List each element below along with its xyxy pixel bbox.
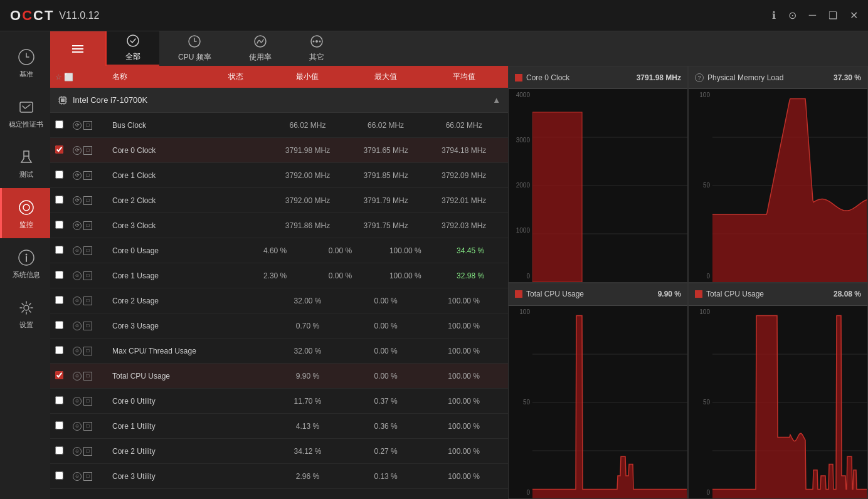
- row-min-core1-clock: 3792.00 MHz: [268, 171, 347, 180]
- row-name-core3-usage: Core 3 Usage: [107, 322, 203, 330]
- collapse-icon[interactable]: ▲: [492, 95, 500, 105]
- row-icon1: ⟳: [73, 146, 82, 155]
- row-min-totalcpu: 9.90 %: [268, 372, 347, 381]
- row-checkbox-core2-usage[interactable]: [55, 296, 73, 306]
- row-avg-core0-util: 100.00 %: [425, 397, 503, 406]
- tab-cpu-freq[interactable]: CPU 频率: [159, 31, 230, 66]
- content-area: 全部 CPU 频率 使用率: [50, 31, 868, 499]
- y-label-50d: 50: [691, 399, 710, 406]
- row-icon2: □: [83, 322, 92, 330]
- charts-top-row: Core 0 Clock 3791.98 MHz 4000 3000 2000 …: [508, 66, 868, 283]
- menu-button[interactable]: [50, 31, 107, 66]
- tab-usage[interactable]: 使用率: [230, 31, 290, 66]
- svg-point-17: [319, 40, 320, 42]
- table-row: ⟳ □ Core 2 Clock 3792.00 MHz 3791.79 MHz…: [50, 188, 508, 213]
- row-icon2: □: [83, 171, 92, 180]
- row-icons-maxcpu: ☺ □: [73, 347, 107, 355]
- row-avg-core3-clock: 3792.03 MHz: [425, 221, 503, 230]
- row-icon2: □: [83, 271, 92, 280]
- table-panel: ☆ ⬜ 名称 状态 最小值 最大值 平均值: [50, 66, 508, 499]
- row-checkbox-core1-usage[interactable]: [55, 271, 73, 281]
- chart-total-cpu-right-value: 28.08 %: [834, 290, 861, 298]
- table-row: ☺ □ Core 3 Usage 0.70 % 0.00 % 100.00 %: [50, 313, 508, 339]
- svg-point-7: [24, 305, 29, 310]
- window-controls: ℹ ⊙ ─ ❑ ✕: [772, 9, 858, 21]
- svg-point-15: [315, 40, 318, 43]
- row-max-core2-util: 0.27 %: [347, 447, 425, 456]
- chart-red-square2: [515, 290, 522, 298]
- row-max-core0-clock: 3791.65 MHz: [347, 146, 425, 155]
- row-checkbox-core0-clock[interactable]: [55, 145, 73, 155]
- row-checkbox-core1-util[interactable]: [55, 421, 73, 431]
- sidebar-item-sysinfo[interactable]: 系统信息: [0, 238, 50, 288]
- minimize-button[interactable]: ─: [809, 9, 816, 21]
- tab-all[interactable]: 全部: [107, 31, 159, 66]
- close-button[interactable]: ✕: [850, 9, 858, 21]
- row-checkbox-bus-clock[interactable]: [55, 120, 73, 130]
- sidebar-item-stability[interactable]: 稳定性证书: [0, 88, 50, 138]
- info-button[interactable]: ℹ: [772, 9, 776, 21]
- star-icon: ☆: [55, 73, 62, 81]
- lower-section: ☆ ⬜ 名称 状态 最小值 最大值 平均值: [50, 66, 868, 499]
- row-checkbox-core1-clock[interactable]: [55, 171, 73, 181]
- row-avg-bus-clock: 66.02 MHz: [425, 121, 503, 130]
- col-avg-header: 平均值: [425, 71, 503, 82]
- table-row: ☺ □ Core 2 Utility 34.12 % 0.27 % 100.00…: [50, 439, 508, 464]
- y-label-0: 0: [511, 273, 530, 280]
- row-checkbox-core0-util[interactable]: [55, 396, 73, 406]
- row-checkbox-core3-util[interactable]: [55, 471, 73, 481]
- chart-core0-clock-body: 4000 3000 2000 1000 0: [509, 89, 687, 282]
- row-avg-maxcpu: 100.00 %: [425, 347, 503, 355]
- table-row: ☺ □ Max CPU/ Thread Usage 32.00 % 0.00 %…: [50, 339, 508, 364]
- row-checkbox-maxcpu[interactable]: [55, 346, 73, 356]
- row-max-core1-usage: 0.00 %: [308, 271, 373, 280]
- chart-canvas-total-cpu-right: [712, 306, 867, 499]
- row-min-core1-util: 4.13 %: [268, 422, 347, 431]
- row-checkbox-core3-clock[interactable]: [55, 221, 73, 231]
- svg-rect-19: [61, 98, 65, 102]
- row-avg-core0-usage: 100.00 %: [373, 246, 438, 255]
- row-name-core2-util: Core 2 Utility: [107, 447, 203, 456]
- table-row: ⟳ □ Core 3 Clock 3791.86 MHz 3791.75 MHz…: [50, 213, 508, 238]
- row-checkbox-core3-usage[interactable]: [55, 321, 73, 331]
- row-checkbox-core2-clock[interactable]: [55, 196, 73, 206]
- sidebar-item-test[interactable]: 测试: [0, 138, 50, 188]
- row-name-core0-usage: Core 0 Usage: [107, 246, 188, 255]
- sidebar-item-monitor[interactable]: 监控: [0, 188, 50, 238]
- tab-usage-label: 使用率: [249, 52, 272, 63]
- row-icons-totalcpu: ☺ □: [73, 372, 107, 381]
- row-checkbox-totalcpu[interactable]: [55, 371, 73, 381]
- y-label-3000: 3000: [511, 137, 530, 144]
- sidebar-item-settings[interactable]: 设置: [0, 288, 50, 339]
- row-icons-core0-usage: ☺ □: [73, 246, 107, 255]
- row-name-core1-usage: Core 1 Usage: [107, 271, 188, 280]
- row-avg-core0-clock: 3794.18 MHz: [425, 146, 503, 155]
- maximize-button[interactable]: ❑: [828, 9, 837, 21]
- row-name-core1-clock: Core 1 Clock: [107, 171, 203, 180]
- row-max-core2-clock: 3791.79 MHz: [347, 196, 425, 205]
- row-name-core2-clock: Core 2 Clock: [107, 196, 203, 205]
- camera-button[interactable]: ⊙: [788, 9, 797, 21]
- tab-all-icon: [127, 34, 139, 50]
- row-avg-core2-usage: 100.00 %: [425, 297, 503, 305]
- table-row: ☺ □ Core 1 Utility 4.13 % 0.36 % 100.00 …: [50, 414, 508, 439]
- chart-phys-mem-value: 37.30 %: [834, 73, 861, 82]
- row-checkbox-core2-util[interactable]: [55, 446, 73, 456]
- row-icon1: ⟳: [73, 171, 82, 180]
- svg-point-6: [25, 253, 27, 255]
- table-row: ☺ □ Core 3 Utility 2.96 % 0.13 % 100.00 …: [50, 464, 508, 489]
- chart-canvas-core0-clock: [532, 89, 687, 282]
- row-checkbox-core0-usage[interactable]: [55, 246, 73, 256]
- stability-label: 稳定性证书: [9, 120, 43, 129]
- sidebar-item-benchmark[interactable]: 基准: [0, 38, 50, 88]
- row-min-core0-util: 11.70 %: [268, 397, 347, 406]
- row-icon2: □: [83, 422, 92, 431]
- table-row: ☺ □ Total CPU Usage 9.90 % 0.00 % 100.00…: [50, 364, 508, 389]
- y-label-0b: 0: [691, 273, 710, 280]
- table-scroll[interactable]: ⟳ □ Bus Clock 66.02 MHz 66.02 MHz 66.02 …: [50, 113, 508, 499]
- chart-red-square3: [695, 290, 702, 298]
- cpu-icon: [58, 95, 68, 105]
- row-icon1: ☺: [73, 347, 82, 355]
- row-icons-core2-clock: ⟳ □: [73, 196, 107, 205]
- tab-other[interactable]: 其它: [290, 31, 343, 66]
